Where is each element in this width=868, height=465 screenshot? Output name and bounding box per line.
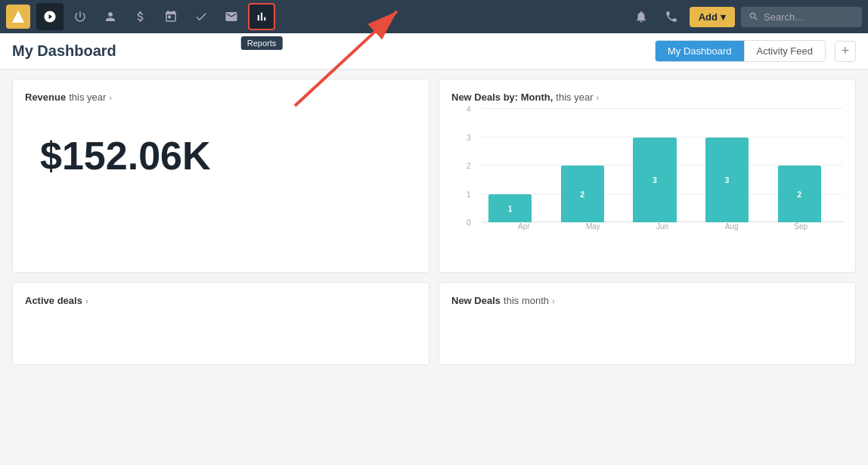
check-nav-icon[interactable] xyxy=(188,3,215,30)
calendar-nav-icon[interactable] xyxy=(157,3,184,30)
revenue-card: Revenue this year › $152.06K xyxy=(12,79,429,273)
x-label-aug: Aug xyxy=(697,222,767,231)
bar-apr: 1 xyxy=(474,109,547,222)
power-nav-icon[interactable] xyxy=(67,3,94,30)
new-deals-month-chevron-icon: › xyxy=(552,296,555,305)
bar-sep: 2 xyxy=(763,109,835,222)
nav-right-area: Add ▾ xyxy=(629,5,862,29)
revenue-value: $152.06K xyxy=(40,133,417,178)
reports-tooltip: Reports xyxy=(241,36,283,50)
active-deals-card: Active deals › xyxy=(12,282,429,365)
new-deals-month-card: New Deals this month › xyxy=(439,282,856,365)
new-deals-chart-title: New Deals by: Month, this year › xyxy=(451,91,843,103)
active-deals-title: Active deals › xyxy=(25,295,417,306)
x-label-sep: Sep xyxy=(766,222,835,231)
new-deals-month-title: New Deals this month › xyxy=(451,295,843,306)
top-navigation: Reports Add ▾ xyxy=(0,0,868,33)
sub-header: My Dashboard My Dashboard Activity Feed … xyxy=(0,33,868,70)
new-deals-chart-chevron-icon: › xyxy=(597,93,600,102)
active-deals-chevron-icon: › xyxy=(85,296,88,305)
reports-nav-icon[interactable]: Reports xyxy=(248,3,275,30)
dashboard-nav-icon[interactable] xyxy=(36,3,64,30)
search-bar[interactable] xyxy=(741,7,862,27)
page-title: My Dashboard xyxy=(12,42,646,60)
tab-my-dashboard[interactable]: My Dashboard xyxy=(656,41,745,61)
add-button[interactable]: Add ▾ xyxy=(690,7,735,27)
bar-jun: 3 xyxy=(618,109,691,222)
phone-icon[interactable] xyxy=(659,5,684,29)
revenue-chevron-icon: › xyxy=(109,93,112,102)
bar-aug: 3 xyxy=(691,109,764,222)
add-widget-button[interactable]: + xyxy=(835,41,856,62)
bar-may: 2 xyxy=(547,109,619,222)
app-logo[interactable] xyxy=(6,5,30,29)
notifications-icon[interactable] xyxy=(629,5,653,29)
x-label-may: May xyxy=(559,222,628,231)
person-nav-icon[interactable] xyxy=(97,3,124,30)
x-label-apr: Apr xyxy=(489,222,559,231)
mail-nav-icon[interactable] xyxy=(218,3,245,30)
revenue-card-title: Revenue this year › xyxy=(25,91,417,103)
tab-group: My Dashboard Activity Feed xyxy=(655,40,826,62)
main-content: Revenue this year › $152.06K New Deals b… xyxy=(0,70,868,374)
x-label-jun: Jun xyxy=(628,222,697,231)
dollar-nav-icon[interactable] xyxy=(127,3,154,30)
search-input[interactable] xyxy=(764,11,854,23)
new-deals-chart-card: New Deals by: Month, this year › 4 3 2 1… xyxy=(439,79,856,273)
bar-chart: 4 3 2 1 0 1 2 xyxy=(451,109,843,260)
tab-activity-feed[interactable]: Activity Feed xyxy=(745,41,825,61)
